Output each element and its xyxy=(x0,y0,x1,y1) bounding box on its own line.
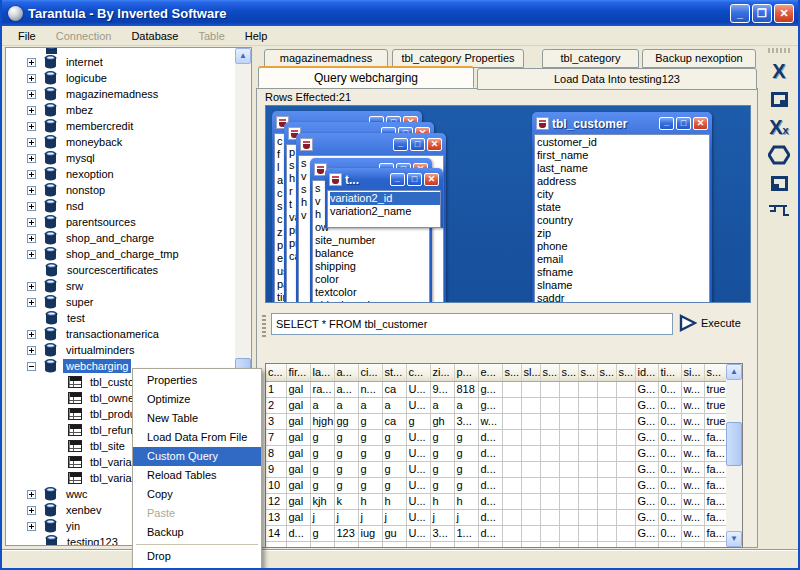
menu-item-backup[interactable]: Backup xyxy=(133,523,261,542)
grid-cell[interactable]: a xyxy=(358,397,382,413)
grid-cell[interactable]: true xyxy=(704,397,728,413)
grid-cell[interactable]: g xyxy=(334,445,358,461)
grid-cell[interactable] xyxy=(521,397,540,413)
grid-cell[interactable] xyxy=(578,381,597,397)
grid-cell[interactable] xyxy=(597,445,616,461)
execute-button[interactable]: Execute xyxy=(679,314,741,332)
field-item[interactable]: first_name xyxy=(537,149,709,162)
field-item[interactable]: slname xyxy=(537,279,709,292)
grid-cell[interactable]: 2 xyxy=(266,397,286,413)
grid-cell[interactable] xyxy=(502,397,521,413)
grid-cell[interactable] xyxy=(521,429,540,445)
restore-button[interactable]: ❐ xyxy=(752,4,772,23)
minimize-button[interactable]: _ xyxy=(730,4,750,23)
grid-cell[interactable]: fa... xyxy=(704,477,728,493)
tree-item-sourcescertificates[interactable]: sourcescertificates xyxy=(6,262,235,278)
tab-backup-nexoption[interactable]: Backup nexoption xyxy=(642,49,756,68)
grid-cell[interactable]: a xyxy=(382,397,406,413)
expand-icon[interactable] xyxy=(27,90,36,99)
grid-cell[interactable]: gal xyxy=(286,445,310,461)
tree-item-super[interactable]: super xyxy=(6,294,235,310)
grid-cell[interactable] xyxy=(616,509,635,525)
sql-input[interactable] xyxy=(271,313,673,335)
grid-cell[interactable]: gal xyxy=(286,429,310,445)
expand-icon[interactable] xyxy=(27,74,36,83)
close-button[interactable]: ✕ xyxy=(427,138,442,151)
maximize-button[interactable]: □ xyxy=(676,117,691,130)
field-item[interactable]: customer_id xyxy=(537,136,709,149)
expand-icon[interactable] xyxy=(27,170,36,179)
grid-cell[interactable]: ca xyxy=(382,413,406,429)
grid-cell[interactable] xyxy=(502,381,521,397)
expand-icon[interactable] xyxy=(27,154,36,163)
grid-column-header[interactable]: s... xyxy=(704,364,728,381)
expand-icon[interactable] xyxy=(27,122,36,131)
grid-cell[interactable]: h xyxy=(358,493,382,509)
grid-cell[interactable]: g xyxy=(334,477,358,493)
field-item[interactable]: shipping_charges xyxy=(315,299,429,303)
grid-cell[interactable] xyxy=(578,477,597,493)
minimize-button[interactable]: _ xyxy=(390,173,405,186)
grid-cell[interactable] xyxy=(635,541,658,548)
grid-cell[interactable]: g xyxy=(358,413,382,429)
grid-cell[interactable]: gal xyxy=(286,461,310,477)
grid-cell[interactable]: G... xyxy=(635,413,658,429)
field-item[interactable]: textcolor xyxy=(315,286,429,299)
tree-item-nexoption[interactable]: nexoption xyxy=(6,166,235,182)
grid-cell[interactable]: g xyxy=(382,429,406,445)
expand-icon[interactable] xyxy=(27,490,36,499)
grid-cell[interactable]: g xyxy=(334,461,358,477)
field-item[interactable]: balance xyxy=(315,247,429,260)
grid-cell[interactable]: G... xyxy=(635,397,658,413)
grid-cell[interactable]: fa... xyxy=(704,525,728,541)
grid-cell[interactable]: 0... xyxy=(658,381,681,397)
grid-cell[interactable] xyxy=(578,493,597,509)
grid-column-header[interactable]: p... xyxy=(454,364,478,381)
expand-icon[interactable] xyxy=(27,298,36,307)
grid-cell[interactable] xyxy=(502,525,521,541)
grid-column-header[interactable]: s... xyxy=(597,364,616,381)
grid-column-header[interactable]: s... xyxy=(540,364,559,381)
grid-cell[interactable]: ca xyxy=(382,381,406,397)
field-item[interactable]: phone xyxy=(537,240,709,253)
grid-cell[interactable]: gu xyxy=(382,525,406,541)
grid-cell[interactable]: j xyxy=(382,509,406,525)
expand-icon[interactable] xyxy=(27,106,36,115)
grid-cell[interactable]: kjh xyxy=(310,493,334,509)
grid-cell[interactable] xyxy=(616,461,635,477)
grid-cell[interactable]: d... xyxy=(478,445,502,461)
field-item[interactable]: zip xyxy=(537,227,709,240)
grid-cell[interactable] xyxy=(704,541,728,548)
grid-cell[interactable]: n... xyxy=(358,381,382,397)
grid-cell[interactable]: d... xyxy=(478,509,502,525)
grid-cell[interactable]: g xyxy=(454,445,478,461)
grid-cell[interactable] xyxy=(521,525,540,541)
grid-cell[interactable]: g xyxy=(310,429,334,445)
grid-cell[interactable] xyxy=(616,397,635,413)
grid-cell[interactable] xyxy=(521,541,540,548)
grid-cell[interactable]: d... xyxy=(478,461,502,477)
grid-column-header[interactable]: la... xyxy=(310,364,334,381)
grid-cell[interactable] xyxy=(616,493,635,509)
grid-cell[interactable]: 10 xyxy=(266,477,286,493)
toolbar-gripper[interactable] xyxy=(768,48,790,53)
grid-cell[interactable]: w... xyxy=(681,413,704,429)
grid-cell[interactable]: fa... xyxy=(704,461,728,477)
grid-cell[interactable]: 818 xyxy=(454,381,478,397)
close-button[interactable]: ✕ xyxy=(424,173,439,186)
grid-cell[interactable]: h xyxy=(454,493,478,509)
field-item[interactable]: state xyxy=(537,201,709,214)
tree-item-mysql[interactable]: mysql xyxy=(6,150,235,166)
grid-cell[interactable]: 0... xyxy=(658,445,681,461)
grid-cell[interactable] xyxy=(616,413,635,429)
grid-cell[interactable] xyxy=(502,541,521,548)
grid-column-header[interactable]: s... xyxy=(616,364,635,381)
grid-cell[interactable] xyxy=(540,413,559,429)
grid-cell[interactable]: d... xyxy=(478,493,502,509)
mdi-titlebar[interactable]: tbl_customer_□✕ xyxy=(534,114,710,133)
grid-cell[interactable] xyxy=(616,429,635,445)
grid-cell[interactable]: g xyxy=(310,525,334,541)
grid-cell[interactable] xyxy=(502,477,521,493)
window-restore-icon[interactable] xyxy=(762,85,796,113)
grid-cell[interactable]: g... xyxy=(478,397,502,413)
